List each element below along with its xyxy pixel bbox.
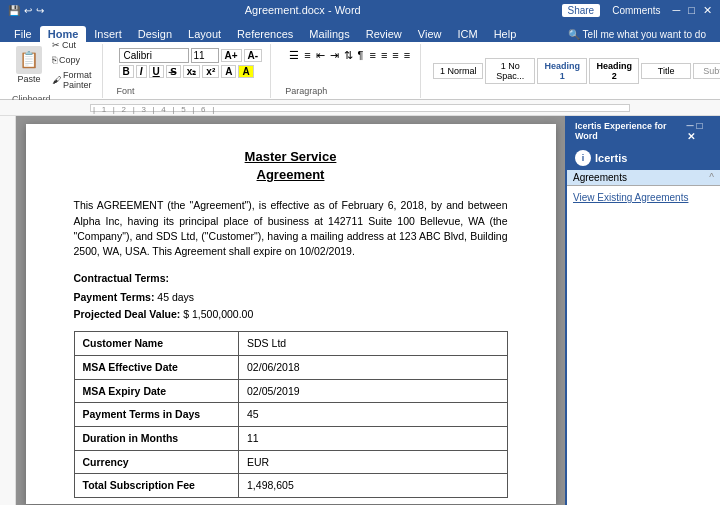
style-heading1[interactable]: Heading 1 — [537, 58, 587, 84]
font-size-increase[interactable]: A+ — [221, 49, 242, 62]
cut-copy-group: ✂ Cut ⎘ Copy 🖌 Format Painter — [48, 38, 96, 92]
tab-icm[interactable]: ICM — [449, 26, 485, 42]
indent-decrease[interactable]: ⇤ — [314, 48, 327, 63]
doc-intro: This AGREEMENT (the "Agreement"), is eff… — [74, 198, 508, 259]
contract-table: Customer NameSDS LtdMSA Effective Date02… — [74, 331, 508, 498]
styles-group: 1 Normal 1 No Spac... Heading 1 Heading … — [429, 44, 720, 98]
tab-review[interactable]: Review — [358, 26, 410, 42]
font-size-input[interactable] — [191, 48, 219, 63]
table-cell-label: Duration in Months — [74, 427, 239, 451]
style-title[interactable]: Title — [641, 63, 691, 79]
tab-references[interactable]: References — [229, 26, 301, 42]
style-heading2[interactable]: Heading 2 — [589, 58, 639, 84]
document-title: Agreement.docx - Word — [44, 4, 562, 16]
minimize-button[interactable]: ─ — [673, 4, 681, 16]
tab-design[interactable]: Design — [130, 26, 180, 42]
tab-help[interactable]: Help — [486, 26, 525, 42]
align-center[interactable]: ≡ — [379, 48, 389, 62]
table-cell-value: 02/05/2019 — [239, 379, 507, 403]
table-cell-label: MSA Effective Date — [74, 356, 239, 380]
ruler: | 1 | 2 | 3 | 4 | 5 | 6 | — [0, 100, 720, 116]
doc-title-line2: Agreement — [74, 166, 508, 184]
view-existing-agreements-link[interactable]: View Existing Agreements — [573, 190, 714, 205]
icertis-logo-text: Icertis — [595, 152, 627, 164]
document[interactable]: Master Service Agreement This AGREEMENT … — [26, 124, 556, 504]
indent-increase[interactable]: ⇥ — [328, 48, 341, 63]
paragraph-group: ☰ ≡ ⇤ ⇥ ⇅ ¶ ≡ ≡ ≡ ≡ Paragraph — [279, 44, 421, 98]
underline-button[interactable]: U — [149, 65, 164, 78]
subscript-button[interactable]: x₂ — [183, 65, 201, 78]
title-bar: 💾 ↩ ↪ Agreement.docx - Word Share Commen… — [0, 0, 720, 20]
doc-title-line1: Master Service — [74, 148, 508, 166]
tab-layout[interactable]: Layout — [180, 26, 229, 42]
ribbon-tabs: File Home Insert Design Layout Reference… — [0, 20, 720, 42]
table-cell-value: 02/06/2018 — [239, 356, 507, 380]
font-format-row: B I U S̶ x₂ x² A A — [119, 65, 263, 78]
justify-button[interactable]: ≡ — [402, 48, 412, 62]
cut-button[interactable]: ✂ Cut — [48, 38, 96, 52]
strikethrough-button[interactable]: S̶ — [166, 65, 181, 78]
panel-close-button[interactable]: ─ □ ✕ — [687, 120, 712, 142]
italic-button[interactable]: I — [136, 65, 147, 78]
table-row: Duration in Months11 — [74, 427, 507, 451]
main-area: Master Service Agreement This AGREEMENT … — [0, 116, 720, 505]
table-row: Payment Terms in Days45 — [74, 403, 507, 427]
panel-header: Icertis Experience for Word ─ □ ✕ — [567, 116, 720, 146]
align-right[interactable]: ≡ — [390, 48, 400, 62]
styles-boxes: 1 Normal 1 No Spac... Heading 1 Heading … — [433, 58, 720, 84]
ruler-bar: | 1 | 2 | 3 | 4 | 5 | 6 | — [90, 104, 630, 112]
payment-terms-line: Payment Terms: 45 days — [74, 290, 508, 305]
quick-access-redo[interactable]: ↪ — [36, 5, 44, 16]
table-cell-value: 11 — [239, 427, 507, 451]
maximize-button[interactable]: □ — [688, 4, 695, 16]
icertis-logo-icon: i — [575, 150, 591, 166]
panel-content: View Existing Agreements — [567, 186, 720, 209]
font-size-decrease[interactable]: A- — [244, 49, 263, 62]
font-label: Font — [117, 84, 135, 96]
search-box[interactable]: 🔍 Tell me what you want to do — [560, 27, 714, 42]
panel-logo: i Icertis — [567, 146, 720, 170]
comments-button[interactable]: Comments — [608, 4, 664, 17]
quick-access-save[interactable]: 💾 — [8, 5, 20, 16]
top-bar-actions: Share Comments ─ □ ✕ — [562, 4, 713, 17]
panel-section-title: Agreements — [573, 172, 627, 183]
table-cell-value: 1,498,605 — [239, 474, 507, 498]
style-no-spacing[interactable]: 1 No Spac... — [485, 58, 535, 84]
style-normal[interactable]: 1 Normal — [433, 63, 483, 79]
clipboard-group: 📋 Paste ✂ Cut ⎘ Copy 🖌 Format Painter Cl… — [6, 44, 103, 98]
table-row: Total Subscription Fee1,498,605 — [74, 474, 507, 498]
share-button[interactable]: Share — [562, 4, 601, 17]
table-cell-label: Total Subscription Fee — [74, 474, 239, 498]
bullets-button[interactable]: ☰ — [287, 48, 301, 63]
align-left[interactable]: ≡ — [368, 48, 378, 62]
table-cell-label: Customer Name — [74, 332, 239, 356]
quick-access-undo[interactable]: ↩ — [24, 5, 32, 16]
doc-area: Master Service Agreement This AGREEMENT … — [16, 116, 565, 505]
table-cell-label: MSA Expiry Date — [74, 379, 239, 403]
font-name-input[interactable] — [119, 48, 189, 63]
table-cell-value: 45 — [239, 403, 507, 427]
superscript-button[interactable]: x² — [202, 65, 219, 78]
highlight-button[interactable]: A — [238, 65, 253, 78]
font-color-button[interactable]: A — [221, 65, 236, 78]
table-row: CurrencyEUR — [74, 450, 507, 474]
tab-view[interactable]: View — [410, 26, 450, 42]
show-marks-button[interactable]: ¶ — [356, 48, 366, 62]
sort-button[interactable]: ⇅ — [342, 48, 355, 63]
panel-title-bar: Agreements ^ — [567, 170, 720, 186]
panel-expand-button[interactable]: ^ — [709, 172, 714, 183]
bold-button[interactable]: B — [119, 65, 134, 78]
copy-button[interactable]: ⎘ Copy — [48, 53, 96, 67]
numbering-button[interactable]: ≡ — [302, 48, 312, 62]
close-button[interactable]: ✕ — [703, 4, 712, 17]
format-painter-button[interactable]: 🖌 Format Painter — [48, 68, 96, 92]
table-cell-value: EUR — [239, 450, 507, 474]
table-cell-label: Payment Terms in Days — [74, 403, 239, 427]
payment-terms-value: 45 days — [157, 291, 194, 303]
projected-deal-line: Projected Deal Value: $ 1,500,000.00 — [74, 307, 508, 322]
paste-button[interactable]: 📋 Paste — [12, 44, 46, 86]
table-row: Customer NameSDS Ltd — [74, 332, 507, 356]
style-subtitle[interactable]: Subtitle — [693, 63, 720, 79]
tab-mailings[interactable]: Mailings — [301, 26, 357, 42]
icertis-panel: Icertis Experience for Word ─ □ ✕ i Icer… — [565, 116, 720, 505]
